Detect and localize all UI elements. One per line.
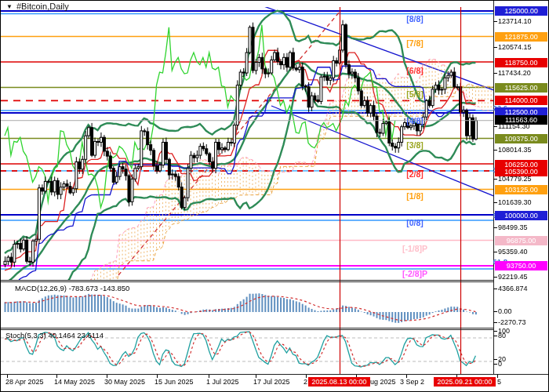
murrey-level-label: [-2/8]P [397, 269, 433, 278]
price-axis-badge: 111563.60 [495, 115, 547, 125]
murrey-level-label: [1/8] [397, 191, 433, 201]
symbol-dropdown-icon[interactable]: ▼ [6, 3, 13, 10]
murrey-level-label: [2/8] [397, 169, 433, 179]
price-axis-label: 92219.45 [498, 273, 528, 281]
stoch-axis-label: 80 [498, 332, 506, 340]
time-axis-label: 28 Apr 2025 [5, 378, 44, 386]
murrey-level-label: [6/8] [397, 66, 433, 75]
murrey-level-label: [-1/8]P [397, 244, 433, 253]
price-axis-label: 101639.30 [498, 198, 532, 207]
time-axis-label: 17 Jul 2025 [253, 378, 290, 386]
time-axis-label: 1 Jul 2025 [206, 378, 239, 386]
price-axis-badge: 115625.00 [495, 83, 547, 93]
price-axis-label: 108014.35 [498, 146, 532, 154]
price-axis-badge: 96875.00 [495, 236, 547, 245]
murrey-level-label: [4/8] [397, 116, 433, 125]
price-axis-label: 98499.35 [498, 223, 528, 232]
trading-chart-window: ▼ #Bitcoin,Daily MACD(12,26,9) -783.673 … [0, 0, 549, 392]
time-axis-date-badge: 2025.09.21 00:00 [434, 377, 496, 387]
price-axis-badge: 100000.00 [495, 211, 547, 220]
murrey-level-label: [7/8] [397, 38, 433, 48]
time-axis-label: 30 May 2025 [104, 378, 145, 386]
time-axis-label: 3 Sep 2 [400, 378, 424, 386]
time-axis-label: 15 Jun 2025 [155, 378, 194, 386]
price-axis-badge: 105390.00 [495, 167, 547, 176]
stoch-axis-label: 0 [498, 360, 502, 368]
time-axis-date-badge: 2025.08.13 00:00 [308, 377, 370, 387]
price-axis-badge: 93750.00 [495, 261, 547, 270]
murrey-level-label: [3/8] [397, 140, 433, 150]
price-axis-label: 117434.20 [498, 69, 531, 78]
murrey-level-label: [8/8] [397, 14, 433, 24]
macd-axis-label: 0.00 [498, 307, 512, 316]
time-axis-label: 14 May 2025 [54, 378, 95, 386]
symbol-title: #Bitcoin,Daily [16, 2, 69, 11]
time-axis-label: 5 [497, 378, 501, 386]
murrey-level-label: [5/8] [397, 89, 433, 99]
price-axis-label: 95359.40 [498, 248, 528, 256]
macd-axis-label: -2270.73 [498, 318, 526, 327]
murrey-level-label: [0/8] [397, 218, 433, 227]
time-axis-label: ug 2025 [370, 378, 396, 386]
macd-indicator-label: MACD(12,26,9) -783.673 -143.850 [15, 284, 129, 292]
time-axis-label: 2 [304, 378, 307, 386]
price-axis-badge: 118750.00 [495, 58, 547, 67]
price-axis-label: 123714.10 [498, 17, 532, 26]
price-axis-label: 120574.15 [498, 43, 532, 52]
price-axis-badge: 109375.00 [495, 134, 547, 143]
price-axis-badge: 114000.00 [495, 96, 547, 105]
price-axis-badge: 103125.00 [495, 185, 547, 194]
macd-axis-label: 4366.874 [498, 285, 528, 293]
price-axis-badge: 121875.00 [495, 32, 547, 42]
stoch-indicator-label: Stoch(5,3,3) 40.1464 23.6114 [5, 331, 104, 339]
price-axis-badge: 125000.00 [495, 6, 547, 16]
